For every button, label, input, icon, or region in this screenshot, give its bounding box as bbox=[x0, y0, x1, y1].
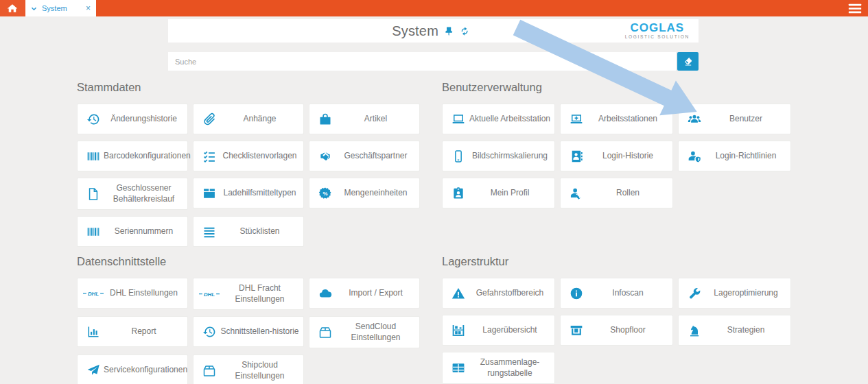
tile-label: DHL Fracht Einstellungen bbox=[218, 283, 302, 304]
tile-label: Zusammenlage-rungstabelle bbox=[467, 357, 553, 379]
svg-text:DHL: DHL bbox=[204, 291, 215, 297]
tile-label: Login-Richtlinien bbox=[703, 151, 789, 162]
tile-dhl-einstellungen[interactable]: DHLDHL Einstellungen bbox=[77, 278, 188, 309]
tile-label: Stücklisten bbox=[218, 226, 302, 237]
tile-stucklisten[interactable]: Stücklisten bbox=[193, 216, 304, 247]
logo-text: COGLAS bbox=[630, 22, 684, 34]
page-header-panel: System COGLAS LOGISTIC SOLUTION bbox=[168, 19, 699, 43]
tile-geschlossener-behalterkreislauf[interactable]: Geschlossener Behälterkreislauf bbox=[77, 178, 188, 210]
home-icon bbox=[7, 3, 18, 14]
tile-anderungshistorie[interactable]: Änderungshistorie bbox=[77, 104, 188, 134]
tile-import-export[interactable]: Import / Export bbox=[309, 278, 420, 309]
tile-login-richtlinien[interactable]: Login-Richtlinien bbox=[678, 141, 791, 171]
tile-zusammenlage-rungstabelle[interactable]: Zusammenlage-rungstabelle bbox=[442, 352, 555, 384]
refresh-icon[interactable] bbox=[460, 26, 470, 36]
tile-mein-profil[interactable]: Mein Profil bbox=[442, 178, 555, 208]
tile-label: Änderungshistorie bbox=[102, 114, 186, 125]
tile-label: Shopfloor bbox=[585, 325, 671, 336]
section-lagerstruktur: Lagerstruktur GefahrstoffbereichInfoscan… bbox=[442, 255, 791, 384]
top-bar: System × bbox=[0, 0, 868, 16]
section-title: Lagerstruktur bbox=[442, 255, 791, 269]
tile-shopfloor[interactable]: Shopfloor bbox=[560, 315, 673, 346]
tile-seriennummern[interactable]: Seriennummern bbox=[77, 216, 188, 247]
search-input[interactable] bbox=[168, 52, 676, 71]
page-title: System bbox=[392, 23, 438, 39]
section-title: Datenschnittstelle bbox=[77, 255, 423, 269]
tile-servicekonfigurationen[interactable]: Servicekonfigurationen bbox=[77, 355, 188, 384]
tile-geschaftspartner[interactable]: Geschäftspartner bbox=[309, 141, 420, 171]
eraser-icon bbox=[683, 57, 693, 67]
hamburger-menu-icon[interactable] bbox=[848, 3, 862, 14]
tile-label: Artikel bbox=[333, 114, 418, 125]
tile-lageroptimierung[interactable]: Lageroptimierung bbox=[678, 278, 791, 309]
tile-aktuelle-arbeitsstation[interactable]: Aktuelle Arbeitsstation bbox=[442, 104, 555, 134]
tile-label: Report bbox=[102, 326, 186, 337]
tile-label: Import / Export bbox=[333, 288, 418, 299]
tile-label: Anhänge bbox=[218, 114, 302, 125]
section-benutzerverwaltung: Benutzerverwaltung Aktuelle Arbeitsstati… bbox=[442, 81, 791, 208]
svg-text:DHL: DHL bbox=[88, 290, 99, 296]
section-title: Stammdaten bbox=[77, 81, 423, 95]
section-title: Benutzerverwaltung bbox=[442, 81, 791, 95]
tile-schnittstellen-historie[interactable]: Schnittstellen-historie bbox=[193, 316, 304, 347]
tile-label: Gefahrstoffbereich bbox=[467, 288, 553, 299]
tile-ladehilfsmitteltypen[interactable]: Ladehilfsmitteltypen bbox=[193, 178, 304, 208]
tile-label: Arbeitsstationen bbox=[585, 114, 671, 125]
tile-mengeneinheiten[interactable]: %Mengeneinheiten bbox=[309, 178, 420, 208]
tile-label: Geschlossener Behälterkreislauf bbox=[102, 183, 186, 204]
tile-grid: DHLDHL EinstellungenDHLDHL Fracht Einste… bbox=[77, 278, 423, 384]
tile-bildschirmskalierung[interactable]: Bildschirmskalierung bbox=[442, 141, 555, 171]
tab-label: System bbox=[42, 4, 81, 12]
tile-artikel[interactable]: Artikel bbox=[309, 104, 420, 134]
tile-strategien[interactable]: Strategien bbox=[678, 315, 791, 346]
tile-benutzer[interactable]: Benutzer bbox=[678, 104, 791, 134]
section-datenschnittstelle: Datenschnittstelle DHLDHL EinstellungenD… bbox=[77, 255, 423, 384]
tile-label: Lagerübersicht bbox=[467, 325, 553, 336]
tile-label: Checklistenvorlagen bbox=[218, 151, 302, 162]
close-icon[interactable]: × bbox=[86, 4, 91, 12]
tile-label: Mengeneinheiten bbox=[333, 188, 418, 199]
tile-anhange[interactable]: Anhänge bbox=[193, 104, 304, 134]
tile-label: Seriennummern bbox=[102, 226, 186, 237]
chevron-down-icon[interactable] bbox=[31, 5, 37, 12]
tile-label: Strategien bbox=[703, 325, 789, 336]
tile-grid: ÄnderungshistorieAnhängeArtikelBarcodeko… bbox=[77, 104, 423, 247]
coglas-logo: COGLAS LOGISTIC SOLUTION bbox=[625, 22, 690, 40]
tile-label: Shipcloud Einstellungen bbox=[218, 360, 302, 381]
tile-label: Benutzer bbox=[703, 114, 789, 125]
tile-label: Ladehilfsmitteltypen bbox=[218, 188, 302, 199]
tile-label: Login-Historie bbox=[585, 151, 671, 162]
svg-text:%: % bbox=[322, 191, 327, 197]
tile-rollen[interactable]: Rollen bbox=[560, 178, 673, 208]
clear-search-button[interactable] bbox=[677, 52, 699, 71]
tile-arbeitsstationen[interactable]: Arbeitsstationen bbox=[560, 104, 673, 134]
tile-label: DHL Einstellungen bbox=[102, 288, 186, 299]
home-button[interactable] bbox=[0, 0, 25, 16]
tile-label: Mein Profil bbox=[467, 188, 553, 199]
tile-lagerubersicht[interactable]: Lagerübersicht bbox=[442, 315, 555, 346]
tile-shipcloud-einstellungen[interactable]: Shipcloud Einstellungen bbox=[193, 355, 304, 384]
tile-grid: GefahrstoffbereichInfoscanLageroptimieru… bbox=[442, 278, 791, 384]
tile-label: Geschäftspartner bbox=[333, 151, 418, 162]
tile-label: Rollen bbox=[585, 188, 671, 199]
tile-grid: Aktuelle ArbeitsstationArbeitsstationenB… bbox=[442, 104, 791, 208]
tile-label: Servicekonfigurationen bbox=[102, 365, 189, 376]
tile-label: Barcodekonfigurationen bbox=[102, 151, 193, 162]
section-stammdaten: Stammdaten ÄnderungshistorieAnhängeArtik… bbox=[77, 81, 423, 247]
tile-login-historie[interactable]: Login-Historie bbox=[560, 141, 673, 171]
tile-gefahrstoffbereich[interactable]: Gefahrstoffbereich bbox=[442, 278, 555, 309]
tile-label: Lageroptimierung bbox=[703, 288, 789, 299]
tile-sendcloud-einstellungen[interactable]: SendCloud Einstellungen bbox=[309, 316, 420, 348]
tile-report[interactable]: Report bbox=[77, 316, 188, 347]
tile-dhl-fracht-einstellungen[interactable]: DHLDHL Fracht Einstellungen bbox=[193, 278, 304, 310]
pin-icon[interactable] bbox=[444, 26, 454, 36]
tile-infoscan[interactable]: Infoscan bbox=[560, 278, 673, 309]
tab-system[interactable]: System × bbox=[25, 0, 96, 16]
tile-barcodekonfigurationen[interactable]: Barcodekonfigurationen bbox=[77, 141, 188, 171]
tile-label: Bildschirmskalierung bbox=[467, 151, 553, 162]
tile-checklistenvorlagen[interactable]: Checklistenvorlagen bbox=[193, 141, 304, 171]
tile-label: Infoscan bbox=[585, 288, 671, 299]
tile-label: Schnittstellen-historie bbox=[218, 326, 302, 337]
logo-subtitle: LOGISTIC SOLUTION bbox=[625, 35, 690, 40]
tile-label: SendCloud Einstellungen bbox=[333, 322, 418, 343]
